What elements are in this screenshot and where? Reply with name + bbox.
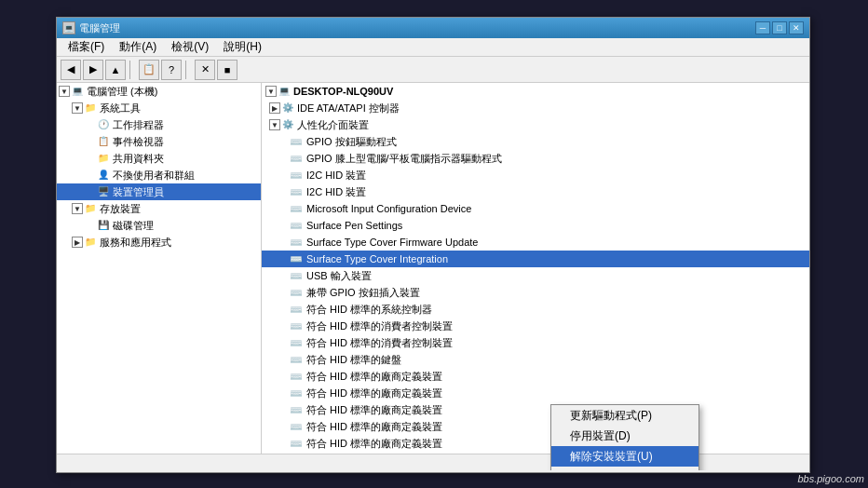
sidebar-item-root[interactable]: ▼ 💻 電腦管理 (本機) [57,83,261,100]
menu-file[interactable]: 檔案(F) [61,37,112,57]
device-sys-label: 符合 HID 標準的系統控制器 [306,303,432,317]
device-hid-vendor3[interactable]: ⌨️ 符合 HID 標準的廠商定義裝置 [262,401,809,418]
device-hid-vendor1[interactable]: ⌨️ 符合 HID 標準的廠商定義裝置 [262,368,809,385]
sidebar-item-scheduler[interactable]: 🕐 工作排程器 [57,116,261,133]
device-icon-v5: ⌨️ [290,437,303,450]
minimize-button[interactable]: ─ [755,21,770,34]
back-button[interactable]: ◀ [61,60,81,80]
device-ms-input[interactable]: ⌨️ Microsoft Input Configuration Device [262,200,809,217]
show-properties[interactable]: 📋 [139,60,159,80]
up-button[interactable]: ▲ [105,60,126,80]
sidebar-item-event-viewer[interactable]: 📋 事件檢視器 [57,133,261,150]
sidebar-item-storage[interactable]: ▼ 📁 存放裝置 [57,200,261,217]
sidebar-label-storage: 存放裝置 [100,202,141,216]
device-gpio-insert[interactable]: ⌨️ 兼帶 GPIO 按鈕插入裝置 [262,284,809,301]
sidebar-label-device-manager: 裝置管理員 [113,185,164,199]
storage-folder-icon: 📁 [85,203,98,214]
device-i2c-2[interactable]: ⌨️ I2C HID 裝置 [262,183,809,200]
device-icon-i2c1: ⌨️ [290,169,303,182]
device-ms-label: Microsoft Input Configuration Device [306,203,471,214]
device-hid-vendor5[interactable]: ⌨️ 符合 HID 標準的廠商定義裝置 [262,435,809,452]
device-insert-label: 兼帶 GPIO 按鈕插入裝置 [306,286,420,300]
device-icon-v2: ⌨️ [290,386,303,400]
device-icon-i2c2: ⌨️ [290,185,303,198]
category-ide[interactable]: ▶ ⚙️ IDE ATA/ATAPI 控制器 [262,100,809,116]
device-icon-gpio: ⌨️ [290,135,303,148]
help-button[interactable]: ? [161,60,182,80]
category-hid[interactable]: ▼ ⚙️ 人性化介面裝置 [262,116,809,133]
device-v3-label: 符合 HID 標準的廠商定義裝置 [306,403,442,417]
device-hid-consumer2[interactable]: ⌨️ 符合 HID 標準的消費者控制裝置 [262,334,809,351]
device-i2c1-label: I2C HID 裝置 [306,169,366,183]
device-icon-v4: ⌨️ [290,420,303,433]
sidebar-label-scheduler: 工作排程器 [113,118,164,132]
device-hid-sys[interactable]: ⌨️ 符合 HID 標準的系統控制器 [262,301,809,318]
maximize-button[interactable]: □ [772,21,787,34]
ctx-update-driver[interactable]: 更新驅動程式(P) [551,405,698,426]
sidebar-item-services[interactable]: ▶ 📁 服務和應用程式 [57,234,261,251]
expand-icon: ▼ [59,86,70,97]
expand-ide: ▶ [269,102,280,114]
sidebar-label-shared-folders: 共用資料夾 [113,152,164,166]
menu-help[interactable]: 說明(H) [216,37,269,57]
expand-hid: ▼ [269,119,280,130]
device-surface-firmware[interactable]: ⌨️ Surface Type Cover Firmware Update [262,234,809,251]
expand-button[interactable]: ■ [217,60,237,80]
device-v5-label: 符合 HID 標準的廠商定義裝置 [306,437,442,451]
ctx-uninstall-device[interactable]: 解除安裝裝置(U) [551,446,698,467]
device-icon-pen: ⌨️ [290,219,303,232]
close-pane[interactable]: ✕ [195,60,215,80]
close-button[interactable]: ✕ [789,21,804,34]
device-hid-vendor2[interactable]: ⌨️ 符合 HID 標準的廠商定義裝置 [262,385,809,401]
device-surface-integration[interactable]: ⌨️ Surface Type Cover Integration [262,251,809,267]
device-i2c-1[interactable]: ⌨️ I2C HID 裝置 [262,167,809,183]
device-icon-sys: ⌨️ [290,303,303,316]
sidebar-label-event-viewer: 事件檢視器 [113,135,164,149]
device-hid-keyboard[interactable]: ⌨️ 符合 HID 標準的鍵盤 [262,351,809,368]
device-pen-label: Surface Pen Settings [306,220,402,231]
device-i2c2-label: I2C HID 裝置 [306,185,366,199]
window-controls: ─ □ ✕ [755,21,804,34]
menu-view[interactable]: 檢視(V) [164,37,216,57]
menu-action[interactable]: 動作(A) [112,37,164,57]
device-consumer1-label: 符合 HID 標準的消費者控制裝置 [306,319,453,333]
device-icon-gpio-laptop: ⌨️ [290,152,303,165]
sidebar-label-services: 服務和應用程式 [100,236,171,250]
device-icon-ms: ⌨️ [290,202,303,215]
device-surface-pen[interactable]: ⌨️ Surface Pen Settings [262,217,809,234]
sidebar-item-users[interactable]: 👤 不換使用者和群組 [57,167,261,183]
device-consumer2-label: 符合 HID 標準的消費者控制裝置 [306,336,453,350]
sidebar-tree: ▼ 💻 電腦管理 (本機) ▼ 📁 系統工具 🕐 工作排程器 📋 事件檢視器 [57,83,262,470]
device-gpio-laptop-label: GPIO 膝上型電腦/平板電腦指示器驅動程式 [306,152,502,166]
ctx-scan-hardware[interactable]: 掃描硬體變更(A) [551,467,698,470]
desktop-header[interactable]: ▼ 💻 DESKTOP-NLQ90UV [262,83,809,100]
device-v4-label: 符合 HID 標準的廠商定義裝置 [306,420,442,434]
device-icon: 🖥️ [98,186,111,197]
computer-icon-right: 💻 [278,86,292,97]
forward-button[interactable]: ▶ [83,60,103,80]
sidebar-item-shared-folders[interactable]: 📁 共用資料夾 [57,150,261,167]
device-hid-vendor4[interactable]: ⌨️ 符合 HID 標準的廠商定義裝置 [262,418,809,435]
disk-icon: 💾 [98,220,111,231]
category-ide-label: IDE ATA/ATAPI 控制器 [297,102,400,115]
device-gpio-laptop[interactable]: ⌨️ GPIO 膝上型電腦/平板電腦指示器驅動程式 [262,150,809,167]
menu-bar: 檔案(F) 動作(A) 檢視(V) 說明(H) [57,38,809,57]
expand-icon-services: ▶ [72,237,83,248]
expand-desktop: ▼ [265,86,277,97]
device-usb-input[interactable]: ⌨️ USB 輸入裝置 [262,267,809,284]
scheduler-icon: 🕐 [98,119,111,130]
sidebar-item-device-manager[interactable]: 🖥️ 裝置管理員 [57,183,261,200]
sidebar-item-disk-management[interactable]: 💾 磁碟管理 [57,217,261,234]
right-panel: ▼ 💻 DESKTOP-NLQ90UV ▶ ⚙️ IDE ATA/ATAPI 控… [262,83,809,470]
device-hid-consumer1[interactable]: ⌨️ 符合 HID 標準的消費者控制裝置 [262,318,809,334]
device-gpio-btn-label: GPIO 按鈕驅動程式 [306,135,397,149]
window-icon: 💻 [62,21,75,34]
device-usb-label: USB 輸入裝置 [306,269,372,283]
device-gpio-btn[interactable]: ⌨️ GPIO 按鈕驅動程式 [262,133,809,150]
window-title: 電腦管理 [79,21,755,35]
device-icon-consumer1: ⌨️ [290,319,303,332]
title-bar: 💻 電腦管理 ─ □ ✕ [57,18,809,38]
ctx-disable-device[interactable]: 停用裝置(D) [551,426,698,446]
toolbar: ◀ ▶ ▲ 📋 ? ✕ ■ [57,57,809,83]
sidebar-item-system-tools[interactable]: ▼ 📁 系統工具 [57,100,261,116]
